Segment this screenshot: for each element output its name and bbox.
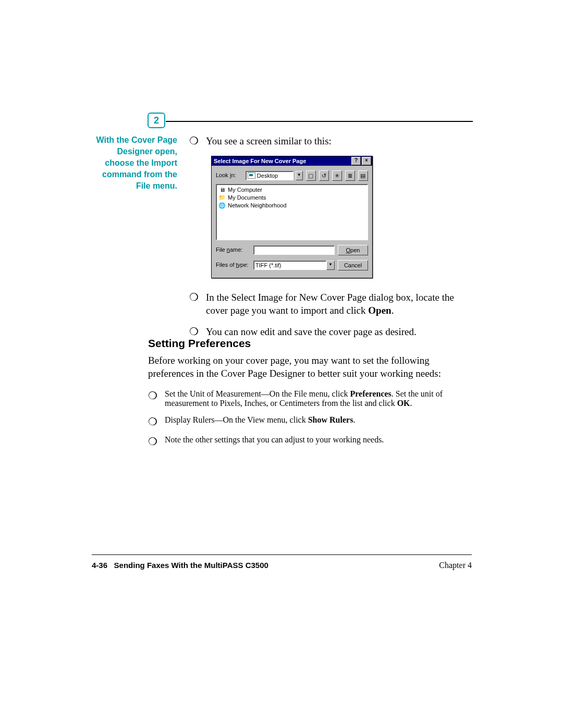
bullet-item: ❍ Set the Unit of Measurement—On the Fil… — [148, 389, 473, 408]
footer-rule — [92, 554, 472, 555]
network-icon: 🌐 — [218, 199, 226, 212]
bullet-icon: ❍ — [148, 389, 157, 408]
bullet-icon: ❍ — [189, 291, 199, 317]
lookin-dropdown[interactable]: Desktop — [246, 171, 293, 180]
lbl-text: Files of — [216, 262, 236, 268]
up-one-level-icon[interactable]: ▢ — [306, 170, 316, 181]
lbl-text: File — [216, 246, 227, 253]
cancel-button[interactable]: Cancel — [338, 260, 368, 270]
footer-chapter: Chapter 4 — [439, 561, 472, 570]
page-number: 4-36 — [92, 561, 107, 570]
page-footer: 4-36 Sending Faxes With the MultiPASS C3… — [92, 561, 472, 570]
bullet-text: You see a screen similar to this: — [206, 134, 473, 147]
text-span: Set the Unit of Measurement—On the File … — [165, 389, 350, 398]
section-intro: Before working on your cover page, you m… — [148, 354, 473, 380]
bold-term: OK — [397, 399, 410, 408]
dialog-title: Select Image For New Cover Page — [214, 155, 350, 168]
lbl-text: n: — [231, 172, 236, 178]
bullet-item: ❍ You see a screen similar to this: — [189, 134, 473, 147]
chevron-down-icon[interactable]: ▼ — [326, 261, 335, 270]
bullet-icon: ❍ — [148, 415, 157, 428]
new-folder-icon[interactable]: ✳ — [332, 170, 342, 181]
bullet-text: You can now edit and save the cover page… — [206, 325, 473, 338]
lbl-text: ame: — [230, 246, 242, 253]
page: 2 With the Cover Page Designer open, cho… — [0, 0, 563, 728]
bullet-item: ❍ In the Select Image for New Cover Page… — [189, 291, 473, 317]
lookin-value: Desktop — [257, 172, 278, 179]
bullet-text: Note the other settings that you can adj… — [165, 435, 473, 448]
second-section: Setting Preferences Before working on yo… — [148, 337, 473, 455]
lbl-text: Look — [216, 172, 230, 178]
footer-section-title: Sending Faxes With the MultiPASS C3500 — [114, 561, 268, 570]
text-span: Display Rulers—On the View menu, click — [165, 415, 308, 424]
bullet-item: ❍ Display Rulers—On the View menu, click… — [148, 415, 473, 428]
filename-row: File name: Open — [216, 243, 368, 256]
list-item[interactable]: 🌐 Network Neighborhood — [218, 202, 365, 209]
bullet-text: Display Rulers—On the View menu, click S… — [165, 415, 473, 428]
footer-left: 4-36 Sending Faxes With the MultiPASS C3… — [92, 561, 268, 570]
bold-term: Show Rulers — [308, 415, 353, 424]
btn-text: pen — [350, 247, 360, 253]
lookin-row: Look in: Desktop ▼ ▢ ↺ ✳ ≣ ▤ — [216, 169, 368, 182]
list-item-label: Network Neighborhood — [228, 199, 287, 212]
btn-underline: O — [346, 247, 351, 253]
content-column: ❍ You see a screen similar to this: Sele… — [189, 134, 473, 347]
help-icon[interactable]: ? — [351, 157, 361, 165]
sidebar-instruction: With the Cover Page Designer open, choos… — [92, 134, 177, 192]
bullet-icon: ❍ — [148, 435, 157, 448]
step-rule: 2 — [148, 113, 473, 130]
desktop-icon — [248, 172, 255, 179]
bullet-text: Set the Unit of Measurement—On the File … — [165, 389, 473, 408]
close-icon[interactable]: × — [362, 157, 371, 165]
lookin-label: Look in: — [216, 169, 243, 182]
filetype-row: Files of type: TIFF (*.tif) ▼ Cancel — [216, 258, 368, 272]
filetype-dropdown[interactable]: TIFF (*.tif) — [253, 261, 326, 270]
text-span: In the Select Image for New Cover Page d… — [206, 292, 454, 316]
text-span: . — [391, 305, 394, 316]
lbl-text: ype: — [238, 262, 249, 268]
filetype-label: Files of type: — [216, 258, 250, 272]
bullet-item: ❍ You can now edit and save the cover pa… — [189, 325, 473, 338]
filename-label: File name: — [216, 243, 250, 256]
details-view-icon[interactable]: ▤ — [358, 170, 368, 181]
section-heading: Setting Preferences — [148, 337, 473, 350]
bullet-text: In the Select Image for New Cover Page d… — [206, 291, 473, 317]
dialog-body: Look in: Desktop ▼ ▢ ↺ ✳ ≣ ▤ 🖥 — [212, 166, 372, 278]
filename-input[interactable] — [253, 245, 335, 255]
open-button[interactable]: Open — [338, 245, 368, 255]
chevron-down-icon[interactable]: ▼ — [296, 171, 303, 180]
bullet-icon: ❍ — [189, 325, 199, 338]
list-view-icon[interactable]: ≣ — [345, 170, 355, 181]
select-image-dialog: Select Image For New Cover Page ? × Look… — [211, 156, 373, 278]
file-listbox[interactable]: 🖥 My Computer 📁 My Documents 🌐 Network N… — [216, 184, 368, 240]
dialog-titlebar: Select Image For New Cover Page ? × — [212, 156, 372, 166]
bullet-icon: ❍ — [189, 134, 199, 147]
bullet-item: ❍ Note the other settings that you can a… — [148, 435, 473, 448]
desktop-toolbar-icon[interactable]: ↺ — [319, 170, 329, 181]
bold-term: Preferences — [350, 389, 391, 398]
step-badge: 2 — [148, 113, 165, 128]
bold-term: Open — [368, 305, 391, 316]
text-span: . — [410, 399, 412, 408]
horizontal-rule — [166, 121, 473, 122]
text-span: . — [353, 415, 355, 424]
